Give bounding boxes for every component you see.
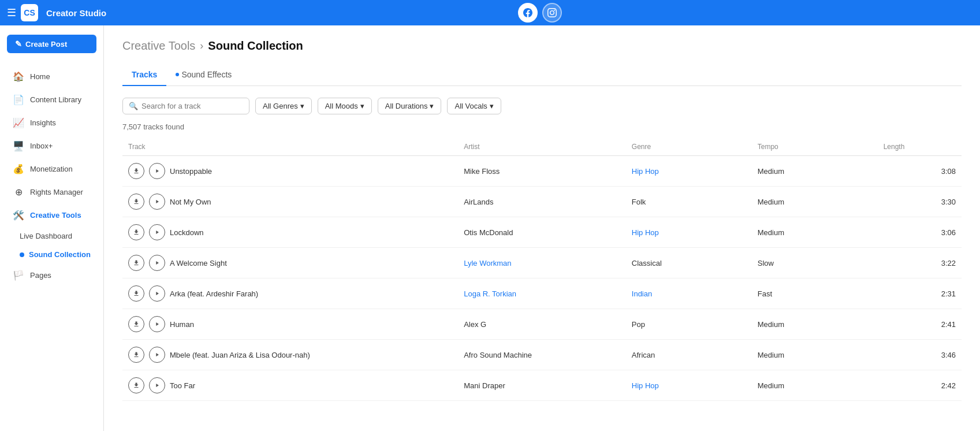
sidebar-sub-item-live-dashboard[interactable]: Live Dashboard — [3, 227, 100, 245]
main-content: Creative Tools › Sound Collection Tracks… — [104, 25, 980, 431]
breadcrumb-parent: Creative Tools — [122, 39, 195, 53]
track-name: Mbele (feat. Juan Ariza & Lisa Odour-nah… — [170, 351, 310, 359]
col-header-tempo: Tempo — [752, 138, 878, 156]
download-icon[interactable] — [128, 316, 144, 332]
track-cell: Lockdown — [122, 217, 458, 248]
genre-link[interactable]: Indian — [632, 289, 652, 298]
sidebar-item-rights-manager[interactable]: ⊕ Rights Manager — [3, 181, 100, 203]
col-header-artist: Artist — [458, 138, 626, 156]
pages-icon: 🏳️ — [13, 270, 24, 281]
sidebar-item-label: Pages — [30, 271, 51, 280]
sidebar-item-creative-tools[interactable]: 🛠️ Creative Tools — [3, 204, 100, 226]
download-icon[interactable] — [128, 285, 144, 302]
sound-effects-dot — [176, 73, 179, 76]
genre-name: Classical — [632, 259, 662, 267]
search-input[interactable] — [141, 102, 243, 110]
tab-sound-effects[interactable]: Sound Effects — [166, 64, 241, 86]
download-icon[interactable] — [128, 224, 144, 240]
sidebar-item-home[interactable]: 🏠 Home — [3, 65, 100, 88]
download-icon[interactable] — [128, 194, 144, 210]
play-icon[interactable] — [149, 224, 165, 240]
length-cell: 2:41 — [878, 309, 962, 340]
play-icon[interactable] — [149, 255, 165, 271]
chevron-down-icon: ▾ — [360, 102, 364, 110]
length-cell: 2:42 — [878, 370, 962, 401]
play-icon[interactable] — [149, 316, 165, 332]
length-cell: 3:30 — [878, 187, 962, 217]
artist-name: Mani Draper — [464, 381, 505, 390]
track-actions — [128, 163, 165, 179]
artist-link[interactable]: Lyle Workman — [464, 259, 511, 267]
sidebar-item-inbox[interactable]: 🖥️ Inbox+ — [3, 135, 100, 157]
sidebar-item-insights[interactable]: 📈 Insights — [3, 112, 100, 134]
table-row: Arka (feat. Ardeshir Farah) Loga R. Tork… — [122, 278, 962, 309]
vocals-filter-button[interactable]: All Vocals ▾ — [447, 98, 501, 114]
create-post-icon: ✎ — [15, 39, 22, 49]
content-library-icon: 📄 — [13, 94, 24, 105]
hamburger-icon[interactable]: ☰ — [7, 6, 16, 19]
sidebar-sub-item-label: Sound Collection — [29, 250, 91, 259]
instagram-platform-btn[interactable] — [542, 3, 562, 23]
sidebar-item-content-library[interactable]: 📄 Content Library — [3, 88, 100, 111]
genre-cell: Classical — [626, 248, 752, 278]
insights-icon: 📈 — [13, 117, 24, 128]
table-row: Human Alex G Pop Medium 2:41 — [122, 309, 962, 340]
tempo-cell: Medium — [752, 156, 878, 187]
sidebar-sub-item-sound-collection[interactable]: Sound Collection — [3, 246, 100, 263]
tempo-cell: Medium — [752, 187, 878, 217]
play-icon[interactable] — [149, 347, 165, 363]
table-row: Lockdown Otis McDonald Hip Hop Medium 3:… — [122, 217, 962, 248]
artist-cell: Afro Sound Machine — [458, 340, 626, 370]
table-row: Mbele (feat. Juan Ariza & Lisa Odour-nah… — [122, 340, 962, 370]
track-cell: Too Far — [122, 370, 458, 401]
genre-cell: Hip Hop — [626, 217, 752, 248]
genre-cell: Indian — [626, 278, 752, 309]
length-cell: 3:08 — [878, 156, 962, 187]
moods-filter-button[interactable]: All Moods ▾ — [318, 98, 372, 114]
create-post-button[interactable]: ✎ Create Post — [7, 35, 96, 53]
chevron-down-icon: ▾ — [430, 102, 434, 110]
download-icon[interactable] — [128, 347, 144, 363]
download-icon[interactable] — [128, 255, 144, 271]
sidebar-item-label: Content Library — [30, 95, 81, 104]
track-cell: Unstoppable — [122, 156, 458, 187]
artist-cell: Lyle Workman — [458, 248, 626, 278]
play-icon[interactable] — [149, 194, 165, 210]
length-cell: 3:22 — [878, 248, 962, 278]
artist-link[interactable]: Loga R. Torkian — [464, 289, 516, 298]
top-nav: ☰ CS Creator Studio — [0, 0, 980, 25]
genres-filter-button[interactable]: All Genres ▾ — [255, 98, 312, 114]
play-icon[interactable] — [149, 377, 165, 393]
app-name: Creator Studio — [46, 8, 106, 18]
tempo-cell: Fast — [752, 278, 878, 309]
play-icon[interactable] — [149, 285, 165, 302]
artist-cell: Mike Floss — [458, 156, 626, 187]
length-cell: 2:31 — [878, 278, 962, 309]
play-icon[interactable] — [149, 163, 165, 179]
col-header-track: Track — [122, 138, 458, 156]
genre-link[interactable]: Hip Hop — [632, 381, 659, 390]
artist-cell: Mani Draper — [458, 370, 626, 401]
table-row: Not My Own AirLands Folk Medium 3:30 — [122, 187, 962, 217]
track-name: Human — [170, 320, 194, 329]
genre-link[interactable]: Hip Hop — [632, 167, 659, 176]
content-tabs: Tracks Sound Effects — [122, 64, 962, 86]
sidebar-item-pages[interactable]: 🏳️ Pages — [3, 264, 100, 287]
search-box[interactable]: 🔍 — [122, 98, 249, 114]
active-dot — [20, 252, 24, 257]
genre-link[interactable]: Hip Hop — [632, 228, 659, 237]
download-icon[interactable] — [128, 163, 144, 179]
search-icon: 🔍 — [129, 102, 138, 110]
sidebar-item-monetization[interactable]: 💰 Monetization — [3, 158, 100, 180]
table-row: A Welcome Sight Lyle Workman Classical S… — [122, 248, 962, 278]
durations-filter-button[interactable]: All Durations ▾ — [378, 98, 442, 114]
sidebar-item-label: Home — [30, 72, 50, 81]
facebook-platform-btn[interactable] — [518, 3, 538, 23]
track-actions — [128, 285, 165, 302]
col-header-genre: Genre — [626, 138, 752, 156]
tab-tracks[interactable]: Tracks — [122, 64, 166, 86]
download-icon[interactable] — [128, 377, 144, 393]
table-row: Too Far Mani Draper Hip Hop Medium 2:42 — [122, 370, 962, 401]
track-cell: Human — [122, 309, 458, 340]
tempo-cell: Medium — [752, 370, 878, 401]
